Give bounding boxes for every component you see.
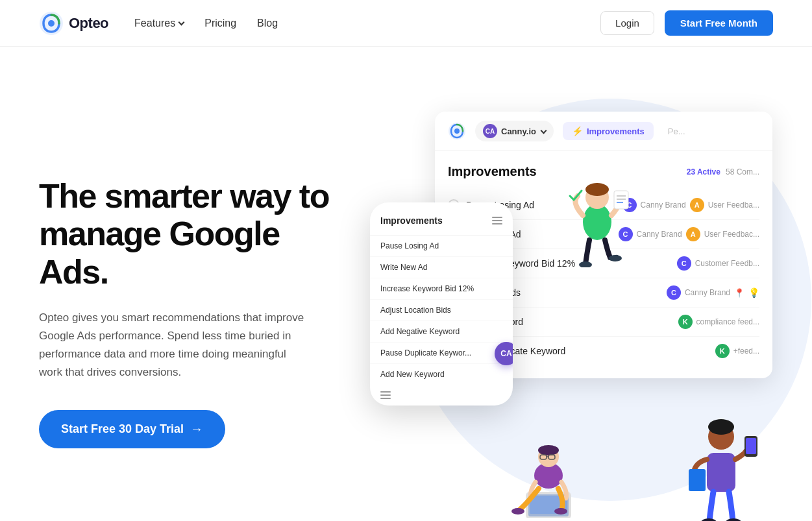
cta-label: Start Free 30 Day Trial bbox=[61, 422, 184, 436]
account-avatar: CA bbox=[483, 124, 497, 138]
active-badge: 23 Active bbox=[687, 167, 720, 176]
person-illustration-top bbox=[558, 164, 636, 267]
hero-title: The smarter way to manage Google Ads. bbox=[39, 177, 351, 291]
svg-point-12 bbox=[609, 255, 622, 261]
nav-blog[interactable]: Blog bbox=[257, 18, 278, 29]
start-free-month-button[interactable]: Start Free Month bbox=[665, 10, 773, 36]
improvements-heading: Improvements bbox=[448, 164, 537, 179]
tags: K compliance feed... bbox=[678, 315, 759, 329]
svg-point-22 bbox=[511, 508, 524, 515]
svg-point-23 bbox=[554, 508, 567, 515]
svg-point-3 bbox=[454, 128, 460, 134]
hero-subtitle: Opteo gives you smart recommendations th… bbox=[39, 309, 312, 382]
person-figure-right bbox=[689, 401, 760, 521]
list-item[interactable]: Add Negative Keyword bbox=[370, 321, 513, 343]
svg-point-31 bbox=[726, 518, 741, 521]
improvements-tab[interactable]: ⚡ Improvements bbox=[563, 122, 654, 140]
logo-link[interactable]: Opteo bbox=[39, 11, 108, 36]
svg-point-26 bbox=[708, 419, 734, 435]
person-figure-bottom-left bbox=[506, 433, 591, 520]
tag-brand: Canny Brand bbox=[685, 288, 730, 297]
person-illustration-right bbox=[689, 401, 760, 521]
tags: C Customer Feedb... bbox=[677, 256, 759, 271]
svg-point-1 bbox=[48, 20, 55, 27]
list-item[interactable]: Adjust Location Bids bbox=[370, 300, 513, 321]
tags: C Canny Brand A User Feedba... bbox=[622, 198, 759, 212]
tag-brand: Canny Brand bbox=[637, 230, 682, 239]
desktop-card-header: CA Canny.io ⚡ Improvements Pe... bbox=[435, 112, 772, 151]
bulb-icon: 💡 bbox=[748, 287, 759, 298]
tag-c: C bbox=[677, 256, 691, 271]
tags: K +feed... bbox=[715, 344, 759, 358]
hero-left: The smarter way to manage Google Ads. Op… bbox=[39, 177, 351, 448]
tag-brand: Canny Brand bbox=[641, 200, 686, 210]
small-opteo-icon bbox=[448, 122, 466, 140]
complete-badge: 58 Com... bbox=[726, 167, 759, 176]
nav-actions: Login Start Free Month bbox=[600, 10, 773, 36]
location-icon: 📍 bbox=[734, 288, 744, 298]
logo-text: Opteo bbox=[69, 15, 108, 32]
tag-c: C bbox=[667, 285, 681, 300]
account-chevron-icon bbox=[540, 127, 547, 134]
list-item[interactable]: Increase Keyword Bid 12% bbox=[370, 278, 513, 300]
nav-pricing[interactable]: Pricing bbox=[204, 18, 236, 29]
svg-rect-28 bbox=[746, 438, 756, 454]
list-item[interactable]: Pause Duplicate Keywor... bbox=[370, 343, 513, 364]
tags: C Canny Brand A User Feedbac... bbox=[619, 227, 759, 241]
hero-section: The smarter way to manage Google Ads. Op… bbox=[0, 47, 812, 521]
tag-k: K bbox=[678, 315, 693, 329]
mobile-bottom-menu-icon bbox=[380, 391, 391, 399]
svg-rect-24 bbox=[707, 453, 735, 492]
svg-rect-29 bbox=[689, 469, 706, 491]
svg-point-4 bbox=[583, 204, 611, 240]
nav-links: Features Pricing Blog bbox=[134, 18, 600, 29]
person-illustration-bottom-left bbox=[506, 433, 591, 518]
svg-point-6 bbox=[585, 183, 609, 196]
svg-rect-7 bbox=[614, 191, 628, 209]
svg-point-30 bbox=[701, 518, 717, 521]
hamburger-icon bbox=[492, 217, 502, 224]
nav-features[interactable]: Features bbox=[134, 18, 184, 29]
account-name: Canny.io bbox=[501, 127, 536, 136]
navigation: Opteo Features Pricing Blog Login Start … bbox=[0, 0, 812, 47]
tag-a: A bbox=[686, 227, 700, 241]
mobile-avatar-fab: CA bbox=[495, 342, 513, 365]
mobile-title: Improvements bbox=[380, 215, 443, 226]
person-figure-top bbox=[558, 164, 636, 270]
svg-point-15 bbox=[538, 445, 559, 455]
opteo-logo-icon bbox=[39, 11, 64, 36]
mobile-header: Improvements bbox=[370, 215, 513, 236]
lightning-icon: ⚡ bbox=[572, 126, 583, 136]
chevron-down-icon bbox=[178, 19, 185, 26]
tag-a: A bbox=[690, 198, 704, 212]
list-item[interactable]: Pause Losing Ad bbox=[370, 236, 513, 257]
tag-k: K bbox=[715, 344, 730, 358]
list-item[interactable]: Add New Keyword bbox=[370, 364, 513, 385]
hero-cta-button[interactable]: Start Free 30 Day Trial → bbox=[39, 410, 225, 448]
list-item[interactable]: Write New Ad bbox=[370, 257, 513, 278]
svg-point-11 bbox=[579, 261, 592, 267]
mobile-list: Pause Losing Ad Write New Ad Increase Ke… bbox=[370, 236, 513, 385]
account-badge[interactable]: CA Canny.io bbox=[475, 121, 554, 141]
mobile-bottom-bar bbox=[370, 385, 513, 399]
cta-arrow-icon: → bbox=[190, 422, 203, 437]
mobile-ui-card: Improvements Pause Losing Ad Write New A… bbox=[370, 202, 513, 406]
hero-right: CA Canny.io ⚡ Improvements Pe... Improve… bbox=[376, 86, 773, 521]
badge-row: 23 Active 58 Com... bbox=[687, 167, 759, 176]
login-button[interactable]: Login bbox=[600, 11, 654, 35]
tab-pe: Pe... bbox=[668, 127, 685, 136]
tags: C Canny Brand 📍 💡 bbox=[667, 285, 759, 300]
